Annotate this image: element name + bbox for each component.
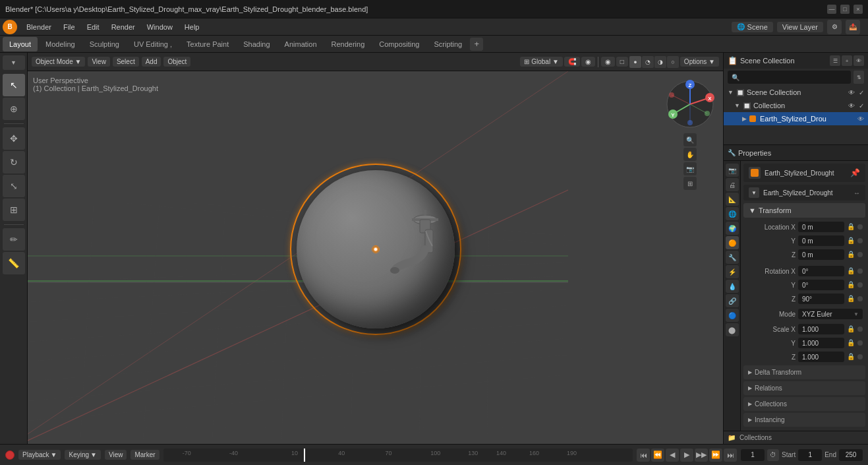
rotation-z-keyframe[interactable] [857,296,863,301]
material-props-tab[interactable]: ⬤ [726,323,739,336]
menu-item-blender[interactable]: Blender [21,22,57,32]
data-props-tab[interactable]: 🔵 [726,309,739,322]
scene-selector[interactable]: 🌐 Scene [732,22,773,32]
wireframe-shading-btn[interactable]: ○ [667,56,679,68]
scale-tool-button[interactable]: ⤡ [3,175,25,197]
object-props-tab[interactable]: 🟠 [726,236,739,249]
xray-toggle[interactable]: □ [616,57,628,67]
rendered-shading-btn[interactable]: ◑ [654,56,666,68]
tab-scripting[interactable]: Scripting [427,37,469,51]
render-props-tab[interactable]: 📷 [726,164,739,177]
proportional-edit[interactable]: ◉ [581,57,595,67]
record-button[interactable] [5,450,14,460]
next-frame-button[interactable]: ▶▶ [695,449,708,462]
start-frame-input[interactable]: 1 [798,449,822,461]
prev-frame-button[interactable]: ◀ [666,449,679,462]
scale-z-value[interactable]: 1.000 [798,352,844,362]
location-x-lock[interactable]: 🔒 [847,223,855,231]
rotation-x-lock[interactable]: 🔒 [847,267,855,275]
rotation-x-value[interactable]: 0° [798,266,844,276]
constraints-props-tab[interactable]: 🔗 [726,294,739,307]
modifier-props-tab[interactable]: 🔧 [726,251,739,264]
pin-button[interactable]: 📌 [850,168,860,177]
collections-header[interactable]: Collections [745,399,863,409]
add-menu[interactable]: Add [142,57,161,67]
transform-tool-button[interactable]: ⊞ [3,199,25,221]
move-tool-button[interactable]: ✥ [3,127,25,150]
tab-shading[interactable]: Shading [237,37,276,51]
scene-collection-eye[interactable]: 👁 [848,89,855,96]
menu-item-file[interactable]: File [58,22,80,32]
close-button[interactable]: × [854,5,863,14]
scale-y-value[interactable]: 1.000 [798,338,844,348]
object-mode-selector[interactable]: Object Mode ▼ [32,57,85,67]
scale-z-lock[interactable]: 🔒 [847,353,855,361]
object-menu[interactable]: Object [163,57,190,67]
menu-item-render[interactable]: Render [106,22,140,32]
location-y-lock[interactable]: 🔒 [847,237,855,245]
scale-x-value[interactable]: 1.000 [798,324,844,334]
current-frame-input[interactable]: 1 [741,449,765,461]
location-z-keyframe[interactable] [857,252,863,257]
location-z-value[interactable]: 0 m [798,249,844,260]
maximize-button[interactable]: □ [840,5,850,14]
collection-eye[interactable]: 👁 [848,102,855,109]
menu-item-help[interactable]: Help [179,22,205,32]
render-engine-button[interactable]: ⚙ [827,20,842,34]
outliner-eye-button[interactable]: 👁 [854,55,864,66]
select-tool-button[interactable]: ↖ [3,74,25,96]
tab-modeling[interactable]: Modeling [39,37,82,51]
rotation-y-keyframe[interactable] [857,282,863,288]
view-layer-props-tab[interactable]: 📐 [726,193,739,206]
output-props-tab[interactable]: 🖨 [726,178,739,191]
annotate-tool-button[interactable]: ✏ [3,228,25,251]
menu-item-window[interactable]: Window [142,22,178,32]
minimize-button[interactable]: — [827,5,836,14]
scale-x-keyframe[interactable] [857,326,863,332]
scale-y-lock[interactable]: 🔒 [847,339,855,347]
navigation-gizmo[interactable]: Z X Y [664,78,716,131]
snap-button[interactable]: 🧲 [564,57,580,67]
location-z-lock[interactable]: 🔒 [847,251,855,259]
material-shading-btn[interactable]: ◔ [642,56,654,68]
scene-collection-check[interactable]: ✓ [859,89,864,96]
object-eye[interactable]: 👁 [857,115,864,123]
output-button[interactable]: 📤 [846,20,860,34]
location-y-keyframe[interactable] [857,238,863,243]
location-y-value[interactable]: 0 m [798,235,844,246]
jump-to-start-button[interactable]: ⏮ [637,449,650,462]
fps-button[interactable]: ⏱ [767,449,779,461]
scale-x-lock[interactable]: 🔒 [847,325,855,333]
grid-button[interactable]: ⊞ [683,177,697,190]
zoom-in-button[interactable]: 🔍 [683,133,697,146]
outliner-filter-button[interactable]: ☰ [830,55,840,66]
marker-menu[interactable]: Marker [130,450,159,460]
delta-transform-header[interactable]: Delta Transform [745,367,863,377]
viewport[interactable]: Object Mode ▼ View Select Add Object ⊞ G… [28,53,723,444]
outliner-item-collection[interactable]: ▼ 🔲 Collection 👁 ✓ [724,99,868,112]
outliner-new-collection-button[interactable]: + [842,55,852,66]
scale-z-keyframe[interactable] [857,354,863,359]
cursor-tool-button[interactable]: ⊕ [3,98,25,120]
prev-keyframe-button[interactable]: ⏪ [651,449,664,462]
world-props-tab[interactable]: 🌍 [726,222,739,235]
solid-shading-btn[interactable]: ● [629,56,641,68]
rotation-y-value[interactable]: 0° [798,280,844,290]
options-button[interactable]: Options ▼ [680,57,719,67]
view-menu[interactable]: View [88,57,110,67]
camera-button[interactable]: 📷 [683,162,697,175]
outliner-sort-button[interactable]: ⇅ [854,71,864,84]
particles-props-tab[interactable]: ⚡ [726,265,739,278]
next-keyframe-button[interactable]: ⏩ [709,449,722,462]
physics-props-tab[interactable]: 💧 [726,280,739,293]
tab-texture-paint[interactable]: Texture Paint [180,37,235,51]
play-button[interactable]: ▶ [680,449,693,462]
playback-menu[interactable]: Playback ▼ [18,450,61,460]
jump-to-end-button[interactable]: ⏭ [724,449,737,462]
transform-global[interactable]: ⊞ Global ▼ [520,57,562,67]
relations-header[interactable]: Relations [745,383,863,393]
mode-selector[interactable]: ▼ [3,55,25,70]
hand-tool-button[interactable]: ✋ [683,148,697,161]
rotation-z-lock[interactable]: 🔒 [847,295,855,303]
tab-sculpting[interactable]: Sculpting [83,37,126,51]
